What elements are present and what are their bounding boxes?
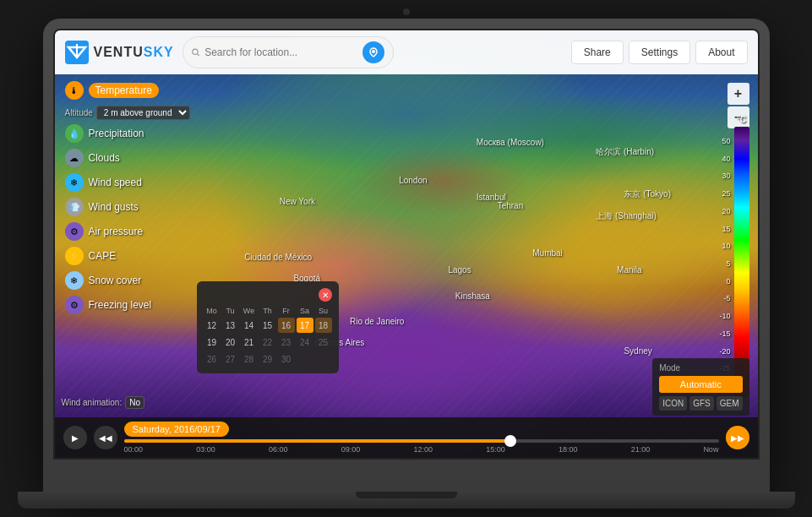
rewind-button[interactable]: ◀◀ [94,426,117,449]
mode-gem-button[interactable]: GEM [717,396,743,411]
calendar-header: ✕ [204,288,332,302]
windspeed-label: Wind speed [89,177,142,188]
logo-icon [65,41,89,64]
location-button[interactable] [362,41,384,63]
search-input[interactable] [204,46,357,58]
airpressure-label: Air pressure [89,226,144,237]
logo: VENTUSKY [65,41,174,64]
cal-cell-16[interactable]: 16 [278,318,295,333]
scale-unit: °C [737,115,746,124]
sidebar-item-snowcover[interactable]: ❄ Snow cover [62,269,193,291]
left-panel: 🌡 Temperature Altitude 2 m above ground … [62,79,193,316]
color-scale-bar [734,127,749,397]
settings-button[interactable]: Settings [629,41,690,64]
cal-cell-25[interactable]: 25 [315,335,332,350]
cal-cell-13[interactable]: 13 [222,318,239,333]
cal-cell-26[interactable]: 26 [204,351,221,367]
top-right-buttons: Share Settings About [571,41,748,64]
mode-icon-button[interactable]: ICON [659,396,687,411]
cal-cell-22[interactable]: 22 [259,335,276,350]
sidebar-item-clouds[interactable]: ☁ Clouds [62,147,193,169]
freezinglevel-label: Freezing level [89,299,152,311]
sidebar-item-windspeed[interactable]: ❄ Wind speed [62,171,193,193]
cal-cell-23[interactable]: 23 [278,335,295,350]
cal-cell-27[interactable]: 27 [222,351,239,367]
date-selector-button[interactable]: Saturday, 2016/09/17 [124,422,229,437]
timeline-wrapper: Saturday, 2016/09/17 00:00 03:00 06:00 0… [124,422,719,454]
time-slider[interactable] [124,439,719,443]
mode-gfs-button[interactable]: GFS [689,396,714,411]
cal-cell-20[interactable]: 20 [222,335,239,350]
sidebar-item-temperature[interactable]: 🌡 Temperature [62,79,193,101]
snowcover-label: Snow cover [89,275,142,286]
mode-buttons: ICON GFS GEM [659,396,742,411]
about-button[interactable]: About [695,41,747,64]
snowcover-icon: ❄ [65,271,84,290]
mode-auto-button[interactable]: Automatic [659,376,742,393]
cape-icon: ⚡ [65,247,84,265]
cal-cell-30[interactable]: 30 [278,351,295,367]
clouds-label: Clouds [89,152,120,164]
airpressure-icon: ⚙ [65,222,84,241]
temperature-label: Temperature [89,83,159,98]
altitude-label: Altitude [65,108,93,117]
sidebar-item-windgusts[interactable]: 💨 Wind gusts [62,196,193,218]
sidebar-item-freezinglevel[interactable]: ⚙ Freezing level [62,294,193,316]
time-slider-thumb[interactable] [504,435,516,447]
mode-title: Mode [659,363,742,373]
wind-toggle-button[interactable]: No [125,396,144,409]
location-icon [368,47,379,57]
windgusts-label: Wind gusts [89,201,139,213]
cal-cell-17[interactable]: 17 [297,318,313,333]
windspeed-icon: ❄ [65,173,84,192]
sidebar-item-precipitation[interactable]: 💧 Precipitation [62,122,193,144]
laptop-screen: London Москва (Moscow) Istanbul New York… [53,29,760,460]
cal-cell-18[interactable]: 18 [315,318,332,333]
cal-cell-29[interactable]: 29 [259,351,276,367]
cal-cell-24[interactable]: 24 [297,335,313,350]
laptop-base [18,492,795,509]
cal-cell-28[interactable]: 28 [241,351,258,367]
cal-cell-19[interactable]: 19 [204,335,221,350]
altitude-selector: Altitude 2 m above ground [62,106,193,120]
svg-point-3 [192,49,197,54]
play-button[interactable]: ▶ [63,426,87,449]
precipitation-label: Precipitation [89,128,144,139]
zoom-in-button[interactable]: + [728,83,749,105]
calendar-popup: ✕ Mo Tu We Th Fr Sa Su 12 13 14 [197,281,339,373]
precipitation-icon: 💧 [65,124,84,143]
search-icon [192,47,200,57]
cal-cell-21[interactable]: 21 [241,335,258,350]
freezinglevel-icon: ⚙ [65,296,84,314]
mode-panel: Mode Automatic ICON GFS GEM [652,358,749,416]
color-scale: °C 50 40 30 25 20 15 10 5 0 [734,115,749,397]
laptop-body: London Москва (Moscow) Istanbul New York… [43,19,770,492]
sidebar-item-cape[interactable]: ⚡ CAPE [62,245,193,267]
logo-text: VENTUSKY [94,45,174,60]
altitude-dropdown[interactable]: 2 m above ground [96,106,190,120]
svg-point-5 [372,50,375,53]
time-slider-fill [124,439,511,443]
svg-line-4 [197,54,199,56]
cape-label: CAPE [89,250,117,262]
wind-animation-toggle: Wind animation: No [62,396,145,409]
time-labels: 00:00 03:00 06:00 09:00 12:00 15:00 18:0… [124,445,719,454]
calendar-grid: 12 13 14 15 16 17 18 19 20 21 22 23 24 2… [204,318,332,367]
calendar-close-button[interactable]: ✕ [319,288,332,302]
top-bar: VENTUSKY [55,30,758,74]
date-selector: Saturday, 2016/09/17 [124,422,719,437]
clouds-icon: ☁ [65,149,84,167]
cal-cell-15[interactable]: 15 [259,318,276,333]
wind-animation-label: Wind animation: [62,398,123,407]
cal-cell-12[interactable]: 12 [204,318,221,333]
share-button[interactable]: Share [571,41,624,64]
sidebar-item-airpressure[interactable]: ⚙ Air pressure [62,220,193,242]
forward-button[interactable]: ▶▶ [726,426,749,449]
calendar-days-header: Mo Tu We Th Fr Sa Su [204,307,332,315]
cal-cell-14[interactable]: 14 [241,318,258,333]
bottom-bar: ▶ ◀◀ Saturday, 2016/09/17 [55,417,758,458]
windgusts-icon: 💨 [65,198,84,216]
search-bar[interactable] [183,36,394,68]
temperature-icon: 🌡 [65,81,84,100]
